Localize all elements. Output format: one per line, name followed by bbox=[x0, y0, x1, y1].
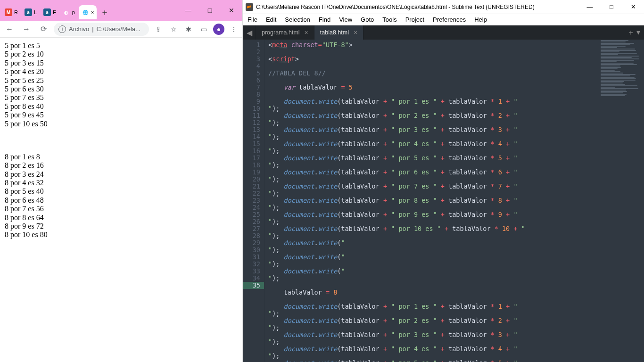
sublime-window-controls: — □ ✕ bbox=[579, 0, 644, 14]
page-line: 5 por 5 es 25 bbox=[5, 76, 238, 85]
page-line: 8 por 5 es 40 bbox=[5, 187, 238, 196]
alura-icon: a bbox=[25, 8, 32, 16]
kebab-menu-icon[interactable]: ⋮ bbox=[228, 24, 239, 35]
sublime-tabbar: ◀ programa.html× tabla8.html× ＋ ▾ bbox=[243, 25, 644, 40]
page-line: 5 por 10 es 50 bbox=[5, 120, 238, 128]
reload-button[interactable]: ⟳ bbox=[37, 23, 50, 36]
close-button[interactable]: ✕ bbox=[622, 0, 644, 14]
sublime-window: C:\Users\Melanie Rascón IT\OneDrive\Docu… bbox=[243, 0, 644, 362]
tab-label: p bbox=[72, 9, 75, 15]
close-button[interactable]: ✕ bbox=[221, 0, 242, 21]
menu-find[interactable]: Find bbox=[319, 16, 330, 23]
forward-button[interactable]: → bbox=[20, 23, 33, 36]
page-line: 5 por 4 es 20 bbox=[5, 67, 238, 76]
chrome-titlebar: MR aL aF ◐p 🌐× ＋ — □ ✕ bbox=[0, 0, 242, 21]
editor-tab-active[interactable]: tabla8.html× bbox=[314, 25, 363, 40]
page-line: 5 por 1 es 5 bbox=[5, 41, 238, 50]
back-button[interactable]: ← bbox=[3, 23, 16, 36]
menu-file[interactable]: File bbox=[248, 16, 257, 23]
chrome-tab-active[interactable]: 🌐× bbox=[79, 5, 97, 19]
bookmark-star-icon[interactable]: ☆ bbox=[168, 24, 179, 35]
extensions-puzzle-icon[interactable]: ✱ bbox=[183, 24, 194, 35]
globe-icon: ◐ bbox=[63, 8, 70, 16]
page-line: 8 por 6 es 48 bbox=[5, 196, 238, 205]
gmail-icon: M bbox=[5, 8, 12, 16]
menu-help[interactable]: Help bbox=[474, 16, 487, 23]
tab-overflow[interactable]: ＋ ▾ bbox=[623, 25, 644, 40]
tab-close-icon[interactable]: × bbox=[305, 29, 308, 36]
maximize-button[interactable]: □ bbox=[199, 0, 221, 21]
sublime-titlebar: C:\Users\Melanie Rascón IT\OneDrive\Docu… bbox=[243, 0, 644, 14]
menu-selection[interactable]: Selection bbox=[285, 16, 310, 23]
page-line: 8 por 7 es 56 bbox=[5, 205, 238, 213]
new-tab-button[interactable]: ＋ bbox=[100, 7, 109, 18]
minimize-button[interactable]: — bbox=[579, 0, 601, 14]
menu-edit[interactable]: Edit bbox=[266, 16, 276, 23]
tab-label: tabla8.html bbox=[320, 29, 349, 36]
chrome-tab[interactable]: aL bbox=[22, 5, 40, 19]
sublime-title: C:\Users\Melanie Rascón IT\OneDrive\Docu… bbox=[256, 4, 535, 10]
page-line: 8 por 4 es 32 bbox=[5, 179, 238, 187]
page-line: 8 por 10 es 80 bbox=[5, 230, 238, 239]
sublime-menubar: File Edit Selection Find View Goto Tools… bbox=[243, 14, 644, 25]
tab-label: L bbox=[34, 9, 37, 15]
chrome-viewport: 5 por 1 es 5 5 por 2 es 10 5 por 3 es 15… bbox=[0, 38, 242, 362]
menu-project[interactable]: Project bbox=[405, 16, 424, 23]
site-info-icon[interactable]: i bbox=[58, 25, 66, 33]
page-line: 8 por 3 es 24 bbox=[5, 170, 238, 179]
chrome-tabstrip: MR aL aF ◐p 🌐× ＋ bbox=[0, 4, 109, 21]
sidepanel-icon[interactable]: ▭ bbox=[198, 24, 209, 35]
menu-goto[interactable]: Goto bbox=[361, 16, 374, 23]
page-line: 5 por 7 es 35 bbox=[5, 93, 238, 102]
menu-view[interactable]: View bbox=[339, 16, 352, 23]
page-line: 5 por 8 es 40 bbox=[5, 102, 238, 111]
address-bar[interactable]: i Archivo | C:/Users/Mela... bbox=[54, 23, 149, 36]
page-line: 8 por 2 es 16 bbox=[5, 161, 238, 170]
tab-label: F bbox=[53, 9, 56, 15]
menu-preferences[interactable]: Preferences bbox=[433, 16, 466, 23]
address-scheme: Archivo bbox=[69, 25, 89, 33]
code-editor[interactable]: <meta charset="UTF-8"> <script> //TABLA … bbox=[264, 40, 599, 362]
page-line: 5 por 3 es 15 bbox=[5, 59, 238, 67]
maximize-button[interactable]: □ bbox=[601, 0, 622, 14]
tab-close-icon[interactable]: × bbox=[354, 29, 357, 36]
alura-icon: a bbox=[43, 8, 51, 16]
chrome-tab[interactable]: MR bbox=[2, 5, 21, 19]
globe-icon: 🌐 bbox=[82, 8, 89, 16]
chrome-tab[interactable]: aF bbox=[41, 5, 59, 19]
minimize-button[interactable]: — bbox=[177, 0, 199, 21]
tab-label: R bbox=[14, 9, 18, 15]
menu-tools[interactable]: Tools bbox=[382, 16, 396, 23]
sidebar-toggle-icon[interactable]: ◀ bbox=[243, 25, 256, 40]
page-line: 8 por 8 es 64 bbox=[5, 214, 238, 222]
tab-close-icon[interactable]: × bbox=[91, 9, 94, 15]
profile-avatar-icon[interactable]: ● bbox=[213, 24, 224, 35]
address-path: C:/Users/Mela... bbox=[97, 25, 140, 33]
share-icon[interactable]: ⇪ bbox=[153, 24, 164, 35]
editor-tab[interactable]: programa.html× bbox=[256, 25, 314, 40]
line-gutter: 1234567891011121314151617181920212223242… bbox=[243, 40, 264, 362]
tab-label: programa.html bbox=[262, 29, 300, 36]
page-line: 5 por 6 es 30 bbox=[5, 85, 238, 93]
page-line: 8 por 1 es 8 bbox=[5, 153, 238, 161]
page-line: 5 por 9 es 45 bbox=[5, 111, 238, 119]
chrome-window-controls: — □ ✕ bbox=[177, 0, 242, 21]
page-line: 5 por 2 es 10 bbox=[5, 50, 238, 58]
chrome-window: MR aL aF ◐p 🌐× ＋ — □ ✕ ← → ⟳ i Archivo |… bbox=[0, 0, 243, 362]
page-line: 8 por 9 es 72 bbox=[5, 222, 238, 230]
sublime-logo-icon bbox=[246, 3, 253, 11]
chrome-toolbar: ← → ⟳ i Archivo | C:/Users/Mela... ⇪ ☆ ✱… bbox=[0, 21, 242, 38]
chrome-tab[interactable]: ◐p bbox=[60, 5, 78, 19]
minimap[interactable] bbox=[599, 40, 644, 362]
